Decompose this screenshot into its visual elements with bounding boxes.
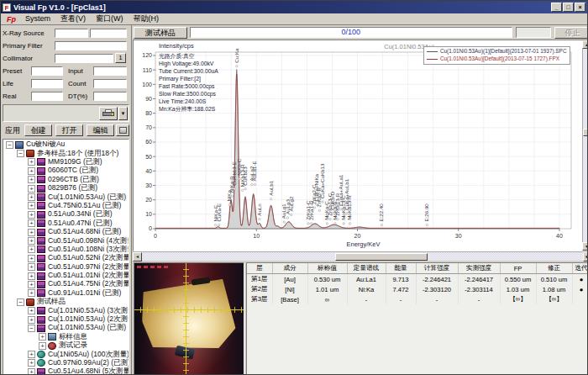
preset-field[interactable] — [31, 66, 63, 76]
tree-expander-icon[interactable]: − — [6, 141, 13, 149]
svg-text:E:26.90: E:26.90 — [423, 203, 429, 222]
test-sample-tab[interactable]: 测试样品 — [134, 27, 187, 39]
svg-text:40: 40 — [556, 233, 563, 239]
menu-items: System查看(V)窗口(W)帮助(H) — [20, 13, 164, 24]
table-cell: 第2层 — [247, 284, 272, 294]
measure-count-field[interactable] — [516, 27, 551, 38]
maximize-button[interactable]: □ — [563, 3, 574, 12]
record-icon — [48, 342, 56, 350]
tree-expander-icon[interactable]: + — [28, 272, 35, 280]
tree-expander-icon[interactable]: + — [28, 359, 35, 367]
menu-item[interactable]: 帮助(H) — [129, 14, 165, 23]
tree-expander-icon[interactable]: + — [28, 281, 35, 288]
tree-expander-icon[interactable]: + — [28, 211, 35, 219]
apply-button[interactable]: 应用 — [3, 125, 23, 136]
table-cell: 0.550 um — [500, 274, 536, 285]
menu-item[interactable]: System — [20, 14, 55, 23]
tree-expander-icon[interactable]: + — [39, 333, 46, 341]
chart-vertical-scrollbar[interactable]: ▲ ▼ — [582, 40, 588, 251]
measure-progress-bar: 0/100 — [190, 27, 512, 38]
table-cell: 1.08 um — [536, 284, 572, 294]
tree-expander-icon[interactable]: + — [28, 185, 35, 193]
table-header: 能量 — [386, 263, 416, 274]
tree-item-label: Cu0.51Au4.68Ni (5次测量) — [48, 367, 129, 375]
legend-line-swatch — [427, 51, 438, 52]
save-icon-button[interactable] — [116, 124, 129, 136]
device-dropdown-button[interactable]: ▼ — [118, 107, 128, 120]
tree-expander-icon[interactable]: + — [28, 289, 35, 297]
sample-camera-view[interactable] — [134, 262, 244, 375]
tree-expander-icon[interactable]: − — [17, 150, 24, 157]
tree-expander-icon[interactable]: + — [28, 202, 35, 209]
spectrum-chart[interactable]: 0102030400102030405060708090100110120NiK… — [134, 40, 582, 251]
vertical-scroll-thumb[interactable] — [583, 129, 588, 136]
table-cell: 【∞】 — [536, 294, 572, 304]
acquisition-info-text: 光路介质:真空High Voltage:49.00kVTube Current:… — [159, 53, 218, 114]
tree-expander-icon[interactable]: + — [28, 307, 35, 314]
tree-item[interactable]: +Cu0.51Au4.68Ni (5次测量) — [3, 367, 129, 375]
minimize-button[interactable]: _ — [551, 3, 562, 12]
fp-child-window-icon[interactable]: Fp — [3, 15, 20, 24]
tree-expander-icon[interactable]: + — [28, 167, 35, 175]
dt-field[interactable] — [93, 92, 127, 101]
tree-expander-icon[interactable]: + — [28, 316, 35, 324]
tree-expander-icon[interactable]: + — [39, 342, 46, 350]
printer-icon — [102, 109, 114, 118]
open-button[interactable]: 打开 — [55, 124, 83, 136]
tree-expander-icon[interactable]: + — [28, 246, 35, 253]
sample-icon — [37, 263, 45, 271]
xray-source-field-1[interactable] — [55, 29, 88, 38]
tree-expander-icon[interactable]: + — [28, 193, 35, 201]
results-panel: 层成分标称值定量谱线能量计算强度实测强度FP修正迭代 第1层[Au]0.530 … — [246, 262, 588, 375]
scroll-up-icon[interactable]: ▲ — [582, 40, 588, 49]
horizontal-scroll-thumb[interactable] — [335, 253, 428, 261]
primary-filter-field[interactable] — [55, 41, 127, 50]
tree-item[interactable]: +Cu0.91Au1.01Ni (已测) — [3, 289, 129, 298]
table-header: FP — [500, 263, 536, 274]
sample-icon — [37, 281, 45, 288]
tree-expander-icon[interactable]: + — [28, 237, 35, 245]
tree-expander-icon[interactable]: − — [17, 298, 24, 306]
tree-expander-icon[interactable]: + — [28, 229, 35, 236]
info-line: Mn:Ka分辨率:188.02S — [159, 106, 218, 114]
table-header: 标称值 — [307, 263, 347, 274]
close-button[interactable]: × — [575, 3, 585, 12]
tree-expander-icon[interactable]: + — [28, 351, 35, 358]
app-icon: F — [3, 3, 11, 12]
printer-button[interactable] — [99, 107, 118, 120]
table-row[interactable]: 第1层[Au]0.530 umAu:La19.713-2.246421-2.24… — [247, 274, 588, 285]
collimator-button[interactable]: 1 — [115, 53, 126, 63]
tree-expander-icon[interactable]: + — [28, 255, 35, 262]
real-field[interactable] — [31, 92, 63, 101]
dt-label: DT(%) — [68, 92, 92, 100]
svg-text:Intensity/cps: Intensity/cps — [159, 42, 194, 50]
tree-expander-icon[interactable]: + — [28, 176, 35, 183]
table-row[interactable]: 第3层[Base]∞----【∞】【∞】 — [247, 294, 588, 304]
crosshair-horizontal-line — [134, 309, 244, 310]
table-header: 实测强度 — [458, 263, 500, 274]
life-field[interactable] — [31, 79, 63, 88]
info-line: Slow Rate:3500.00cps — [159, 91, 218, 98]
create-button[interactable]: 创建 — [24, 124, 52, 136]
tree-expander-icon[interactable]: + — [28, 158, 35, 166]
table-row[interactable]: 第2层[Ni]1.01 umNi:Ka7.472-2.303120-2.3031… — [247, 284, 588, 294]
scroll-right-icon[interactable]: ► — [583, 252, 588, 261]
tree-expander-icon[interactable]: − — [28, 325, 35, 332]
menu-item[interactable]: 查看(V) — [55, 14, 91, 23]
edit-button[interactable]: 编辑 — [87, 124, 114, 136]
chart-horizontal-scrollbar[interactable]: ◄ ► — [133, 251, 588, 261]
stop-button[interactable]: 停止 — [554, 27, 588, 39]
xray-source-field-2[interactable] — [90, 29, 127, 38]
scroll-down-icon[interactable]: ▼ — [582, 242, 588, 251]
collimator-field[interactable] — [55, 54, 113, 63]
svg-text:90: 90 — [145, 96, 152, 102]
count-field[interactable] — [93, 79, 127, 88]
info-line: Primary Filter:[2] — [159, 76, 218, 83]
scroll-left-icon[interactable]: ◄ — [133, 252, 142, 261]
menu-item[interactable]: 窗口(W) — [91, 14, 129, 23]
tree-expander-icon[interactable]: + — [28, 219, 35, 227]
table-header: 定量谱线 — [347, 263, 386, 274]
input-field[interactable] — [93, 66, 127, 76]
tree-expander-icon[interactable]: + — [28, 263, 35, 271]
tree-expander-icon[interactable]: + — [28, 368, 35, 375]
